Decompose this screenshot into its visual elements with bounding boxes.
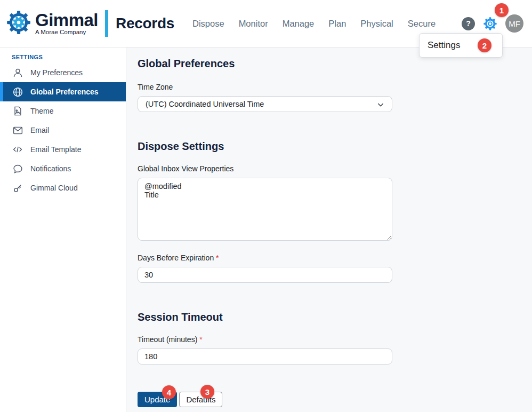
main-content: Global Preferences Time Zone (UTC) Coord… (126, 47, 532, 412)
required-asterisk: * (199, 335, 202, 344)
nav-secure[interactable]: Secure (408, 19, 436, 29)
nav-physical[interactable]: Physical (360, 19, 393, 29)
required-asterisk: * (216, 253, 219, 262)
time-zone-select[interactable]: (UTC) Coordinated Universal Time (138, 96, 392, 112)
days-before-expiration-label: Days Before Expiration * (138, 253, 532, 262)
person-icon (12, 67, 23, 78)
globe-icon (12, 86, 23, 98)
nav-monitor[interactable]: Monitor (239, 19, 268, 29)
sidebar-item-label: Notifications (30, 164, 71, 173)
settings-menu-label: Settings (428, 40, 460, 51)
annotation-badge-2: 2 (478, 38, 491, 52)
sidebar-item-email[interactable]: Email (0, 121, 126, 140)
days-before-expiration-input[interactable] (138, 267, 392, 283)
sidebar-item-label: Gimmal Cloud (30, 184, 78, 192)
header-actions: ? MF (462, 14, 523, 33)
dispose-settings-title: Dispose Settings (138, 140, 532, 153)
product-name: Records (116, 15, 174, 32)
annotation-badge-4: 4 (162, 385, 176, 399)
gimmal-gear-logo-icon (5, 9, 32, 38)
avatar[interactable]: MF (505, 14, 523, 33)
main-nav: Dispose Monitor Manage Plan Physical Sec… (192, 19, 436, 29)
sidebar-item-label: Email Template (30, 145, 81, 154)
annotation-badge-1: 1 (495, 3, 509, 17)
nav-dispose[interactable]: Dispose (192, 19, 224, 29)
inbox-view-textarea[interactable]: @modified Title (138, 178, 392, 241)
timeout-minutes-input[interactable] (138, 348, 392, 365)
sidebar-item-label: Email (30, 126, 49, 134)
sidebar-item-label: My Preferences (30, 68, 83, 77)
nav-plan[interactable]: Plan (328, 19, 346, 29)
sidebar-item-label: Theme (30, 107, 54, 115)
timeout-minutes-label: Timeout (minutes) * (138, 335, 532, 344)
page-title: Global Preferences (138, 58, 532, 70)
image-file-icon (12, 105, 23, 117)
sidebar-item-gimmal-cloud[interactable]: Gimmal Cloud (0, 178, 126, 197)
brand-logo: Gimmal A Morae Company Records (5, 9, 192, 38)
help-icon[interactable]: ? (462, 17, 475, 30)
sidebar-item-notifications[interactable]: Notifications (0, 159, 126, 178)
sidebar-item-email-template[interactable]: Email Template (0, 140, 126, 159)
session-timeout-title: Session Timeout (138, 311, 532, 323)
settings-sidebar: SETTINGS My Preferences Global Preferenc… (0, 47, 126, 412)
nav-manage[interactable]: Manage (283, 19, 315, 29)
time-zone-label: Time Zone (138, 83, 532, 91)
chat-bubble-icon (12, 163, 23, 175)
code-icon (12, 144, 23, 155)
gear-icon[interactable] (483, 17, 497, 31)
sidebar-item-theme[interactable]: Theme (0, 101, 126, 121)
sidebar-item-my-preferences[interactable]: My Preferences (0, 63, 126, 82)
form-actions: Update Defaults 4 3 (138, 392, 392, 407)
sidebar-title: SETTINGS (12, 54, 126, 60)
brand-tagline: A Morae Company (35, 29, 98, 36)
time-zone-value: (UTC) Coordinated Universal Time (146, 100, 264, 108)
sidebar-item-global-preferences[interactable]: Global Preferences (0, 82, 126, 101)
inbox-view-label: Global Inbox View Properties (138, 164, 532, 173)
annotation-badge-3: 3 (200, 385, 214, 399)
brand-name: Gimmal (35, 11, 98, 29)
settings-menu-item[interactable]: Settings 2 (419, 33, 503, 58)
sidebar-item-label: Global Preferences (30, 88, 99, 96)
key-icon (12, 182, 23, 194)
envelope-icon (12, 124, 23, 136)
chevron-down-icon (376, 100, 385, 110)
brand-divider (105, 10, 108, 37)
